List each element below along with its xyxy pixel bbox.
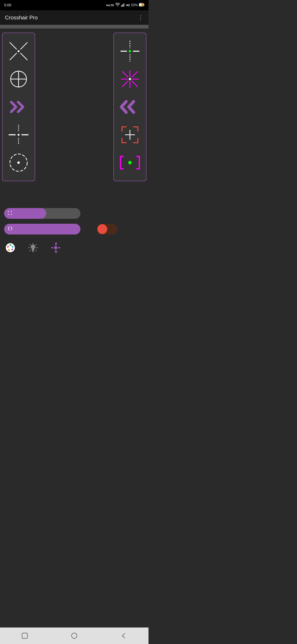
svg-rect-3 (124, 3, 125, 6)
bottom-icons-row (4, 240, 144, 256)
app-title: Crosshair Pro (5, 14, 38, 21)
svg-rect-60 (32, 251, 34, 252)
svg-point-13 (17, 50, 19, 52)
svg-line-12 (10, 53, 16, 60)
left-crosshair-panel (2, 32, 35, 181)
nav-spacer (0, 260, 148, 276)
divider (0, 25, 148, 28)
crosshair-circle-dot[interactable] (6, 150, 31, 175)
crosshair-dashed-plus[interactable] (118, 39, 142, 64)
palette-button[interactable] (4, 242, 16, 254)
size-slider-track[interactable] (4, 208, 80, 219)
svg-text:+: + (143, 4, 144, 6)
opacity-slider-fill (4, 224, 80, 234)
svg-line-9 (10, 42, 16, 49)
svg-point-57 (31, 244, 35, 249)
empty-space (0, 185, 148, 202)
svg-point-48 (8, 246, 12, 250)
crosshair-bracket-plus[interactable] (118, 122, 142, 147)
svg-point-40 (128, 161, 132, 164)
svg-rect-59 (32, 250, 34, 251)
svg-line-10 (21, 53, 27, 60)
status-icons: VoLTE 4G 52% + (106, 3, 144, 8)
svg-point-61 (54, 246, 57, 249)
more-menu-button[interactable]: ⋮ (138, 14, 144, 21)
svg-line-55 (35, 244, 36, 245)
size-slider-row (4, 208, 144, 219)
svg-rect-6 (140, 4, 142, 6)
svg-rect-2 (123, 4, 124, 6)
svg-rect-1 (122, 4, 123, 6)
app-bar: Crosshair Pro ⋮ (0, 10, 148, 25)
svg-line-32 (122, 81, 128, 86)
opacity-toggle-row (4, 224, 144, 234)
middle-spacer (35, 32, 113, 181)
crosshair-bracket-dot[interactable] (118, 150, 142, 175)
crosshair-panels (0, 28, 148, 185)
opacity-slider-track[interactable] (4, 224, 80, 234)
svg-line-11 (21, 42, 27, 49)
time: 5:00 (4, 3, 11, 8)
brightness-button[interactable] (27, 242, 39, 254)
svg-rect-0 (121, 5, 122, 6)
svg-point-21 (17, 134, 19, 136)
battery-percent: 52% (131, 3, 138, 7)
wifi-icon (115, 3, 120, 8)
battery-icon: + (139, 3, 144, 8)
svg-rect-64 (51, 247, 53, 248)
crosshair-circle[interactable] (6, 67, 31, 92)
svg-rect-37 (128, 78, 131, 80)
svg-rect-58 (32, 249, 34, 250)
crosshair-plus-dot[interactable] (6, 122, 31, 147)
status-bar: 5:00 VoLTE 4G 52% (0, 0, 148, 10)
opacity-icon (7, 226, 13, 232)
svg-line-54 (35, 250, 36, 251)
signal-icon (121, 3, 125, 8)
toggle-switch[interactable] (97, 224, 118, 234)
crosshair-chevron[interactable] (6, 94, 31, 119)
settings-button[interactable] (49, 242, 62, 254)
size-icon (7, 210, 12, 216)
crosshair-star[interactable] (118, 67, 142, 92)
4g-label: 4G (126, 4, 130, 7)
right-crosshair-panel (113, 32, 146, 181)
svg-point-28 (129, 50, 131, 52)
svg-rect-65 (58, 247, 60, 248)
svg-point-23 (17, 162, 20, 164)
svg-line-29 (122, 72, 128, 77)
svg-line-56 (30, 250, 30, 251)
crosshair-double-chevron[interactable] (118, 94, 142, 119)
svg-line-53 (30, 244, 30, 245)
crosshair-x[interactable] (6, 39, 31, 64)
controls-area (0, 202, 148, 260)
svg-line-31 (132, 72, 137, 77)
volte-icon: VoLTE (106, 4, 114, 7)
toggle-knob (97, 224, 107, 234)
svg-line-30 (132, 81, 137, 86)
